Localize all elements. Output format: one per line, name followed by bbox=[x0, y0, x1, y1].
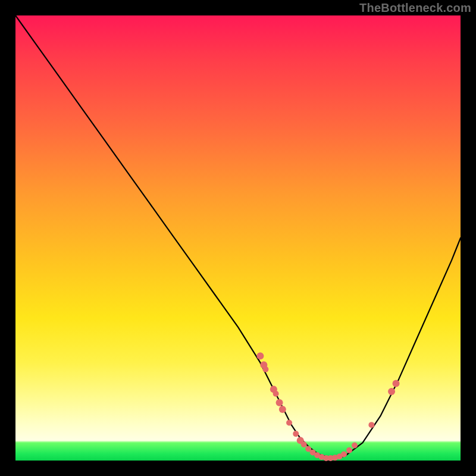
curve-svg bbox=[15, 15, 461, 461]
data-point bbox=[276, 399, 283, 406]
data-point bbox=[273, 391, 279, 397]
data-point bbox=[346, 447, 352, 453]
data-point bbox=[368, 422, 374, 428]
data-point bbox=[301, 441, 307, 447]
data-point bbox=[279, 406, 286, 413]
data-point bbox=[286, 419, 292, 425]
data-point bbox=[352, 443, 358, 449]
data-point bbox=[393, 380, 400, 387]
data-point bbox=[256, 352, 264, 359]
data-point bbox=[262, 367, 268, 372]
data-point bbox=[341, 452, 347, 458]
plot-area bbox=[15, 15, 461, 461]
watermark-text: TheBottleneck.com bbox=[359, 1, 471, 15]
chart-frame: TheBottleneck.com bbox=[0, 0, 476, 476]
data-point bbox=[293, 431, 299, 437]
data-points-group bbox=[256, 352, 399, 461]
data-point bbox=[388, 388, 395, 395]
